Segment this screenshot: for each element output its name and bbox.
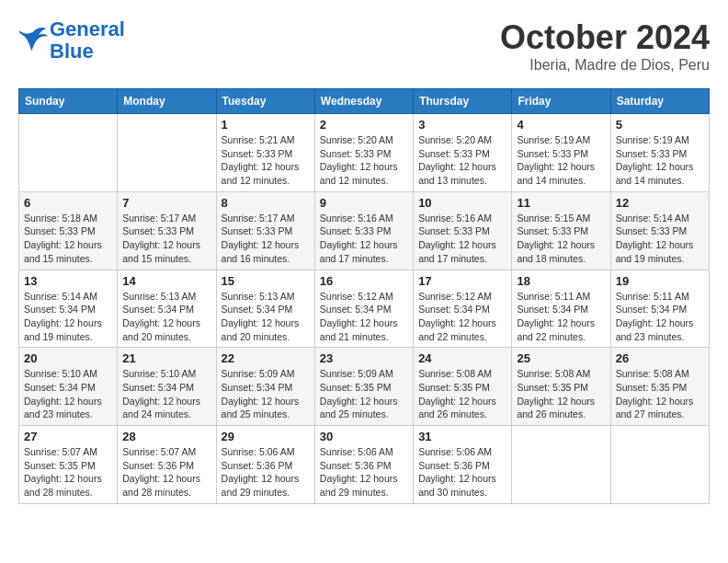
day-number: 8 [222, 196, 310, 210]
day-number: 1 [222, 118, 310, 132]
calendar-week-row: 1Sunrise: 5:21 AM Sunset: 5:33 PM Daylig… [19, 114, 710, 192]
day-header-saturday: Saturday [610, 89, 709, 114]
day-detail: Sunrise: 5:09 AM Sunset: 5:35 PM Dayligh… [320, 367, 408, 421]
day-detail: Sunrise: 5:06 AM Sunset: 5:36 PM Dayligh… [320, 445, 408, 500]
calendar-cell: 11Sunrise: 5:15 AM Sunset: 5:33 PM Dayli… [512, 191, 610, 270]
page-header: General Blue October 2024 Iberia, Madre … [18, 18, 710, 74]
day-number: 11 [517, 196, 605, 210]
logo-icon [18, 26, 48, 52]
calendar-cell [512, 426, 610, 504]
day-number: 29 [222, 430, 310, 443]
day-detail: Sunrise: 5:14 AM Sunset: 5:34 PM Dayligh… [24, 290, 112, 344]
month-title: October 2024 [500, 18, 710, 57]
calendar-cell: 22Sunrise: 5:09 AM Sunset: 5:34 PM Dayli… [216, 348, 314, 426]
day-detail: Sunrise: 5:16 AM Sunset: 5:33 PM Dayligh… [418, 212, 506, 266]
day-number: 7 [122, 196, 210, 210]
calendar-cell: 24Sunrise: 5:08 AM Sunset: 5:35 PM Dayli… [414, 348, 512, 426]
calendar-cell: 7Sunrise: 5:17 AM Sunset: 5:33 PM Daylig… [118, 191, 216, 270]
calendar-cell: 9Sunrise: 5:16 AM Sunset: 5:33 PM Daylig… [314, 191, 413, 270]
calendar-cell: 6Sunrise: 5:18 AM Sunset: 5:33 PM Daylig… [19, 191, 118, 270]
calendar-cell: 10Sunrise: 5:16 AM Sunset: 5:33 PM Dayli… [414, 191, 512, 270]
day-detail: Sunrise: 5:20 AM Sunset: 5:33 PM Dayligh… [320, 133, 408, 188]
day-detail: Sunrise: 5:08 AM Sunset: 5:35 PM Dayligh… [517, 367, 605, 421]
calendar-cell: 21Sunrise: 5:10 AM Sunset: 5:34 PM Dayli… [118, 348, 216, 426]
calendar-week-row: 27Sunrise: 5:07 AM Sunset: 5:35 PM Dayli… [19, 426, 710, 504]
day-detail: Sunrise: 5:13 AM Sunset: 5:34 PM Dayligh… [222, 290, 310, 344]
day-detail: Sunrise: 5:21 AM Sunset: 5:33 PM Dayligh… [222, 133, 310, 188]
calendar-week-row: 6Sunrise: 5:18 AM Sunset: 5:33 PM Daylig… [19, 191, 710, 270]
calendar-cell: 8Sunrise: 5:17 AM Sunset: 5:33 PM Daylig… [216, 191, 314, 270]
day-number: 26 [616, 351, 704, 365]
calendar-header-row: SundayMondayTuesdayWednesdayThursdayFrid… [19, 89, 710, 114]
day-detail: Sunrise: 5:12 AM Sunset: 5:34 PM Dayligh… [320, 290, 408, 344]
calendar-cell: 14Sunrise: 5:13 AM Sunset: 5:34 PM Dayli… [118, 270, 216, 348]
day-number: 20 [24, 351, 112, 365]
logo-text: General Blue [50, 18, 125, 63]
calendar-cell: 28Sunrise: 5:07 AM Sunset: 5:36 PM Dayli… [118, 426, 216, 504]
day-number: 3 [418, 118, 506, 132]
day-number: 10 [418, 196, 506, 210]
calendar-cell: 31Sunrise: 5:06 AM Sunset: 5:36 PM Dayli… [414, 426, 512, 504]
day-number: 22 [222, 351, 310, 365]
calendar-cell: 12Sunrise: 5:14 AM Sunset: 5:33 PM Dayli… [610, 191, 709, 270]
day-detail: Sunrise: 5:10 AM Sunset: 5:34 PM Dayligh… [24, 367, 112, 421]
calendar-week-row: 13Sunrise: 5:14 AM Sunset: 5:34 PM Dayli… [19, 270, 710, 348]
day-detail: Sunrise: 5:19 AM Sunset: 5:33 PM Dayligh… [616, 133, 704, 188]
calendar-cell: 27Sunrise: 5:07 AM Sunset: 5:35 PM Dayli… [19, 426, 118, 504]
day-detail: Sunrise: 5:06 AM Sunset: 5:36 PM Dayligh… [418, 445, 506, 500]
day-number: 2 [320, 118, 408, 132]
day-detail: Sunrise: 5:10 AM Sunset: 5:34 PM Dayligh… [122, 367, 210, 421]
day-detail: Sunrise: 5:17 AM Sunset: 5:33 PM Dayligh… [222, 212, 310, 266]
day-detail: Sunrise: 5:19 AM Sunset: 5:33 PM Dayligh… [517, 133, 605, 188]
day-detail: Sunrise: 5:13 AM Sunset: 5:34 PM Dayligh… [122, 290, 210, 344]
day-number: 18 [517, 274, 605, 288]
day-detail: Sunrise: 5:14 AM Sunset: 5:33 PM Dayligh… [616, 212, 704, 266]
day-detail: Sunrise: 5:06 AM Sunset: 5:36 PM Dayligh… [222, 445, 310, 500]
day-detail: Sunrise: 5:07 AM Sunset: 5:35 PM Dayligh… [24, 445, 112, 500]
logo: General Blue [18, 18, 125, 63]
calendar-week-row: 20Sunrise: 5:10 AM Sunset: 5:34 PM Dayli… [19, 348, 710, 426]
day-number: 5 [616, 118, 704, 132]
day-number: 28 [122, 430, 210, 443]
day-number: 23 [320, 351, 408, 365]
calendar-table: SundayMondayTuesdayWednesdayThursdayFrid… [18, 88, 710, 504]
day-number: 24 [418, 351, 506, 365]
calendar-cell: 18Sunrise: 5:11 AM Sunset: 5:34 PM Dayli… [512, 270, 610, 348]
day-detail: Sunrise: 5:09 AM Sunset: 5:34 PM Dayligh… [222, 367, 310, 421]
calendar-cell: 3Sunrise: 5:20 AM Sunset: 5:33 PM Daylig… [414, 114, 512, 192]
calendar-cell: 17Sunrise: 5:12 AM Sunset: 5:34 PM Dayli… [414, 270, 512, 348]
day-number: 14 [122, 274, 210, 288]
calendar-cell: 19Sunrise: 5:11 AM Sunset: 5:34 PM Dayli… [610, 270, 709, 348]
day-detail: Sunrise: 5:18 AM Sunset: 5:33 PM Dayligh… [24, 212, 112, 266]
day-detail: Sunrise: 5:15 AM Sunset: 5:33 PM Dayligh… [517, 212, 605, 266]
day-detail: Sunrise: 5:11 AM Sunset: 5:34 PM Dayligh… [616, 290, 704, 344]
calendar-cell: 25Sunrise: 5:08 AM Sunset: 5:35 PM Dayli… [512, 348, 610, 426]
title-block: October 2024 Iberia, Madre de Dios, Peru [500, 18, 710, 74]
calendar-cell: 5Sunrise: 5:19 AM Sunset: 5:33 PM Daylig… [610, 114, 709, 192]
day-number: 30 [320, 430, 408, 443]
day-detail: Sunrise: 5:08 AM Sunset: 5:35 PM Dayligh… [616, 367, 704, 421]
calendar-cell: 26Sunrise: 5:08 AM Sunset: 5:35 PM Dayli… [610, 348, 709, 426]
calendar-cell: 30Sunrise: 5:06 AM Sunset: 5:36 PM Dayli… [314, 426, 413, 504]
day-number: 12 [616, 196, 704, 210]
calendar-cell [19, 114, 118, 192]
day-header-thursday: Thursday [414, 89, 512, 114]
day-detail: Sunrise: 5:12 AM Sunset: 5:34 PM Dayligh… [418, 290, 506, 344]
calendar-cell: 15Sunrise: 5:13 AM Sunset: 5:34 PM Dayli… [216, 270, 314, 348]
calendar-cell: 1Sunrise: 5:21 AM Sunset: 5:33 PM Daylig… [216, 114, 314, 192]
day-detail: Sunrise: 5:08 AM Sunset: 5:35 PM Dayligh… [418, 367, 506, 421]
day-detail: Sunrise: 5:11 AM Sunset: 5:34 PM Dayligh… [517, 290, 605, 344]
location-subtitle: Iberia, Madre de Dios, Peru [500, 57, 710, 74]
calendar-cell: 4Sunrise: 5:19 AM Sunset: 5:33 PM Daylig… [512, 114, 610, 192]
day-detail: Sunrise: 5:17 AM Sunset: 5:33 PM Dayligh… [122, 212, 210, 266]
day-number: 16 [320, 274, 408, 288]
day-number: 19 [616, 274, 704, 288]
day-number: 31 [418, 430, 506, 443]
day-number: 25 [517, 351, 605, 365]
day-number: 27 [24, 430, 112, 443]
calendar-cell: 29Sunrise: 5:06 AM Sunset: 5:36 PM Dayli… [216, 426, 314, 504]
calendar-cell: 2Sunrise: 5:20 AM Sunset: 5:33 PM Daylig… [314, 114, 413, 192]
calendar-cell: 16Sunrise: 5:12 AM Sunset: 5:34 PM Dayli… [314, 270, 413, 348]
day-number: 6 [24, 196, 112, 210]
day-header-wednesday: Wednesday [314, 89, 413, 114]
